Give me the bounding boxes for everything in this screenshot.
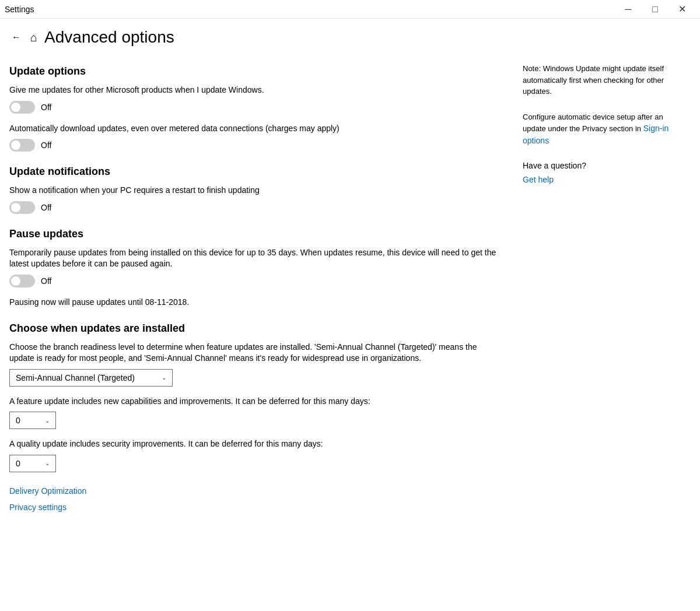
update-options-header: Update options bbox=[9, 65, 499, 78]
channel-dropdown[interactable]: Semi-Annual Channel (Targeted) ⌄ bbox=[9, 369, 173, 387]
sidebar-question: Have a question? bbox=[523, 161, 686, 170]
toggle4-track bbox=[9, 275, 35, 287]
content-area: Update options Give me updates for other… bbox=[0, 51, 700, 611]
toggle4[interactable] bbox=[9, 275, 35, 287]
toggle3-track bbox=[9, 201, 35, 214]
channel-dropdown-value: Semi-Annual Channel (Targeted) bbox=[16, 373, 135, 382]
feature-defer-dropdown[interactable]: 0 ⌄ bbox=[9, 412, 56, 429]
bottom-links: Delivery Optimization Privacy settings bbox=[9, 486, 499, 512]
delivery-optimization-link[interactable]: Delivery Optimization bbox=[9, 486, 499, 496]
toggle3-row: Off bbox=[9, 201, 499, 214]
quality-defer-dropdown[interactable]: 0 ⌄ bbox=[9, 455, 56, 472]
sidebar-configure-text: Configure automatic device setup after a… bbox=[523, 113, 663, 134]
pause-updates-header: Pause updates bbox=[9, 228, 499, 240]
toggle2-thumb bbox=[11, 141, 20, 150]
toggle1[interactable] bbox=[9, 101, 35, 114]
main-content: Update options Give me updates for other… bbox=[9, 51, 511, 602]
toggle3-state: Off bbox=[41, 203, 51, 212]
toggle3-label: Show a notification when your PC require… bbox=[9, 185, 499, 196]
titlebar-title: Settings bbox=[5, 5, 34, 14]
get-help-link[interactable]: Get help bbox=[523, 175, 554, 184]
back-button[interactable]: ← bbox=[9, 30, 23, 45]
toggle2-row: Off bbox=[9, 139, 499, 152]
toggle1-track bbox=[9, 101, 35, 114]
toggle3-thumb bbox=[11, 203, 20, 212]
toggle2-state: Off bbox=[41, 141, 51, 150]
quality-defer-value: 0 bbox=[16, 459, 20, 468]
toggle1-row: Off bbox=[9, 101, 499, 114]
pause-description: Temporarily pause updates from being ins… bbox=[9, 247, 499, 270]
titlebar: Settings ─ □ ✕ bbox=[0, 0, 700, 19]
feature-update-label: A feature update includes new capabiliti… bbox=[9, 396, 499, 408]
toggle4-state: Off bbox=[41, 276, 51, 286]
toggle4-thumb bbox=[11, 276, 20, 286]
toggle2-label: Automatically download updates, even ove… bbox=[9, 123, 499, 135]
sidebar-note: Note: Windows Update might update itself… bbox=[523, 63, 686, 97]
choose-when-header: Choose when updates are installed bbox=[9, 322, 499, 335]
sidebar: Note: Windows Update might update itself… bbox=[511, 51, 686, 602]
page-title: Advanced options bbox=[44, 28, 174, 47]
chevron-down-icon-2: ⌄ bbox=[45, 417, 50, 424]
home-icon: ⌂ bbox=[30, 31, 37, 44]
toggle2-track bbox=[9, 139, 35, 152]
feature-defer-value: 0 bbox=[16, 416, 20, 425]
pause-info: Pausing now will pause updates until 08-… bbox=[9, 297, 499, 308]
chevron-down-icon: ⌄ bbox=[162, 374, 166, 381]
update-notifications-header: Update notifications bbox=[9, 166, 499, 178]
chevron-down-icon-3: ⌄ bbox=[45, 460, 50, 466]
choose-when-description: Choose the branch readiness level to det… bbox=[9, 342, 499, 364]
close-button[interactable]: ✕ bbox=[668, 0, 695, 19]
toggle3[interactable] bbox=[9, 201, 35, 214]
maximize-button[interactable]: □ bbox=[642, 0, 668, 19]
page-header: ← ⌂ Advanced options bbox=[0, 19, 700, 51]
minimize-button[interactable]: ─ bbox=[615, 0, 642, 19]
privacy-settings-link[interactable]: Privacy settings bbox=[9, 503, 499, 512]
toggle2[interactable] bbox=[9, 139, 35, 152]
titlebar-controls: ─ □ ✕ bbox=[615, 0, 695, 19]
sidebar-configure: Configure automatic device setup after a… bbox=[523, 111, 686, 148]
toggle1-thumb bbox=[11, 103, 20, 112]
toggle1-state: Off bbox=[41, 103, 51, 112]
toggle1-label: Give me updates for other Microsoft prod… bbox=[9, 85, 499, 96]
back-icon: ← bbox=[12, 32, 21, 43]
quality-update-label: A quality update includes security impro… bbox=[9, 438, 499, 450]
toggle4-row: Off bbox=[9, 275, 499, 287]
app-container: ← ⌂ Advanced options Update options Give… bbox=[0, 19, 700, 611]
titlebar-left: Settings bbox=[5, 5, 34, 14]
